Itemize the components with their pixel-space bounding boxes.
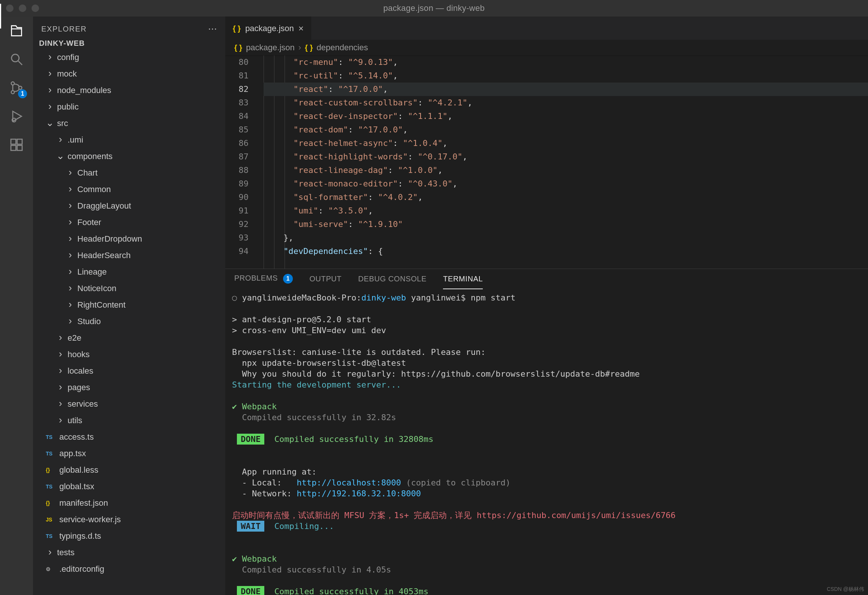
folder-item[interactable]: src xyxy=(33,115,225,132)
tab-terminal[interactable]: TERMINAL xyxy=(443,271,483,287)
chevron-right-icon xyxy=(46,53,54,62)
explorer-icon[interactable] xyxy=(8,23,25,39)
source-control-icon[interactable]: 1 xyxy=(8,80,25,96)
code-line[interactable]: "umi-serve": "^1.9.10" xyxy=(264,218,868,231)
code-line[interactable]: "react-dom": "^17.0.0", xyxy=(264,123,868,137)
folder-item[interactable]: Common xyxy=(33,181,225,198)
file-item[interactable]: JSservice-worker.js xyxy=(33,511,225,528)
code-line[interactable]: "react-monaco-editor": "^0.43.0", xyxy=(264,177,868,191)
folder-item[interactable]: mock xyxy=(33,66,225,82)
breadcrumbs[interactable]: { } package.json › { } dependencies xyxy=(225,40,868,56)
search-icon[interactable] xyxy=(8,51,25,68)
tree-item-label: locales xyxy=(68,366,93,376)
tab-debug-console[interactable]: DEBUG CONSOLE xyxy=(358,271,426,287)
code-line[interactable]: "react-dev-inspector": "^1.1.1", xyxy=(264,110,868,123)
code-line[interactable]: "rc-menu": "^9.0.13", xyxy=(264,56,868,69)
tab-label: package.json xyxy=(245,24,294,33)
tree-item-label: typings.d.ts xyxy=(59,531,101,541)
tree-item-label: HeaderSearch xyxy=(77,251,131,260)
code-line[interactable]: "react": "^17.0.0", xyxy=(264,83,868,96)
code-line[interactable]: "react-custom-scrollbars": "^4.2.1", xyxy=(264,96,868,110)
file-item[interactable]: {}manifest.json xyxy=(33,495,225,511)
tree-item-label: Studio xyxy=(77,317,101,326)
folder-item[interactable]: utils xyxy=(33,412,225,429)
sidebar-more-button[interactable]: ⋯ xyxy=(208,24,217,34)
breadcrumb-item[interactable]: dependencies xyxy=(316,43,368,53)
chevron-right-icon xyxy=(66,202,74,210)
folder-item[interactable]: components xyxy=(33,148,225,165)
tree-item-label: NoticeIcon xyxy=(77,284,116,293)
tree-item-label: access.ts xyxy=(59,432,94,442)
tab-problems[interactable]: PROBLEMS 1 xyxy=(234,270,293,287)
file-item[interactable]: TStypings.d.ts xyxy=(33,528,225,544)
file-item[interactable]: ⚙.editorconfig xyxy=(33,561,225,577)
tree-item-label: src xyxy=(57,119,68,128)
file-item[interactable]: TSaccess.ts xyxy=(33,429,225,445)
tree-item-label: services xyxy=(68,399,98,409)
file-type-icon: {} xyxy=(46,467,56,473)
svg-rect-8 xyxy=(17,146,22,150)
folder-item[interactable]: config xyxy=(33,49,225,66)
terminal[interactable]: ○ yanglinweideMacBook-Pro:dinky-web yang… xyxy=(225,288,868,595)
folder-item[interactable]: Studio xyxy=(33,313,225,330)
chevron-right-icon xyxy=(56,334,65,343)
code-line[interactable]: "react-lineage-dag": "^1.0.0", xyxy=(264,164,868,177)
chevron-down-icon xyxy=(56,152,65,161)
folder-item[interactable]: services xyxy=(33,396,225,412)
run-debug-icon[interactable] xyxy=(8,108,25,125)
tab-package-json[interactable]: { } package.json × xyxy=(225,17,311,40)
folder-item[interactable]: NoticeIcon xyxy=(33,280,225,297)
folder-item[interactable]: locales xyxy=(33,363,225,379)
folder-item[interactable]: hooks xyxy=(33,346,225,363)
tree-item-label: global.less xyxy=(59,465,98,475)
file-item[interactable]: {}global.less xyxy=(33,462,225,478)
tree-item-label: tests xyxy=(57,548,74,557)
tree-item-label: .umi xyxy=(68,135,83,145)
breadcrumb-item[interactable]: package.json xyxy=(246,43,295,53)
folder-item[interactable]: pages xyxy=(33,379,225,396)
problems-badge: 1 xyxy=(283,274,293,284)
tree-item-label: RightContent xyxy=(77,300,125,310)
extensions-icon[interactable] xyxy=(8,137,25,153)
tree-item-label: Common xyxy=(77,185,111,194)
code-line[interactable]: "sql-formatter": "^4.0.2", xyxy=(264,191,868,204)
folder-item[interactable]: Footer xyxy=(33,214,225,231)
code-editor[interactable]: 808182838485868788899091929394 "rc-menu"… xyxy=(225,56,868,269)
file-type-icon: TS xyxy=(46,484,56,490)
code-line[interactable]: "devDependencies": { xyxy=(264,245,868,258)
sidebar-title: EXPLORER xyxy=(41,25,87,33)
chevron-right-icon xyxy=(46,103,54,111)
folder-item[interactable]: HeaderSearch xyxy=(33,247,225,264)
code-line[interactable]: "umi": "^3.5.0", xyxy=(264,204,868,218)
folder-item[interactable]: e2e xyxy=(33,330,225,346)
folder-item[interactable]: DraggleLayout xyxy=(33,198,225,214)
file-item[interactable]: TSapp.tsx xyxy=(33,445,225,462)
tab-output[interactable]: OUTPUT xyxy=(309,271,342,287)
svg-point-0 xyxy=(12,54,19,62)
code-line[interactable]: "react-highlight-words": "^0.17.0", xyxy=(264,150,868,164)
folder-item[interactable]: HeaderDropdown xyxy=(33,231,225,247)
chevron-right-icon xyxy=(66,268,74,276)
code-line[interactable]: "react-helmet-async": "^1.0.4", xyxy=(264,137,868,150)
chevron-right-icon xyxy=(46,86,54,95)
file-item[interactable]: TSglobal.tsx xyxy=(33,478,225,495)
code-line[interactable]: "rc-util": "^5.14.0", xyxy=(264,69,868,83)
folder-item[interactable]: Lineage xyxy=(33,264,225,280)
chevron-right-icon xyxy=(56,350,65,359)
chevron-right-icon xyxy=(56,383,65,392)
folder-item[interactable]: node_modules xyxy=(33,82,225,99)
project-root[interactable]: DINKY-WEB xyxy=(33,38,225,49)
folder-item[interactable]: Chart xyxy=(33,165,225,181)
file-type-icon: JS xyxy=(46,517,56,523)
tree-item-label: DraggleLayout xyxy=(77,201,131,211)
file-type-icon: {} xyxy=(46,500,56,506)
folder-item[interactable]: .umi xyxy=(33,132,225,148)
folder-item[interactable]: tests xyxy=(33,544,225,561)
close-icon[interactable]: × xyxy=(298,23,304,34)
code-line[interactable]: }, xyxy=(264,231,868,245)
chevron-right-icon xyxy=(66,235,74,243)
titlebar: package.json — dinky-web xyxy=(0,0,868,17)
folder-item[interactable]: public xyxy=(33,99,225,115)
folder-item[interactable]: RightContent xyxy=(33,297,225,313)
chevron-right-icon xyxy=(66,185,74,194)
